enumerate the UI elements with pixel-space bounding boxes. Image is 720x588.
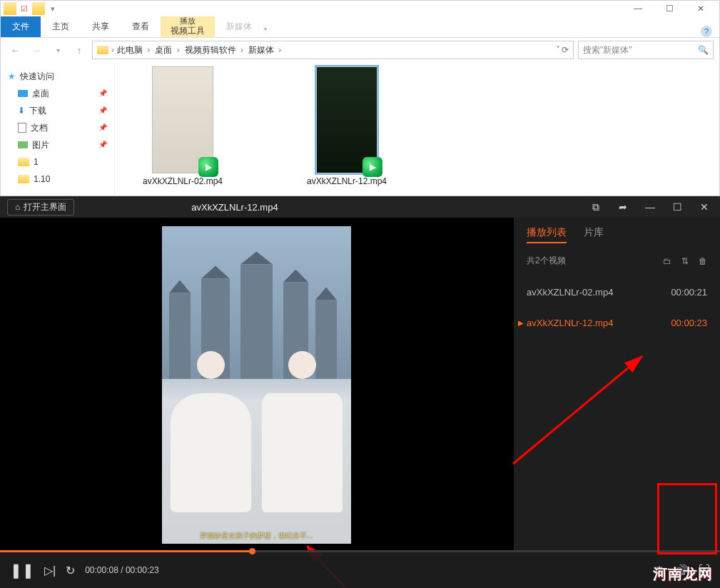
breadcrumb-segment[interactable]: 新媒体 <box>248 44 283 56</box>
nav-label: 桌面 <box>32 87 49 100</box>
search-placeholder: 搜索"新媒体" <box>583 44 632 56</box>
video-overlay-icon: ▶ <box>362 157 382 177</box>
breadcrumb-segment[interactable]: 视频剪辑软件 <box>185 44 245 56</box>
playlist-meta: 共2个视频 🗀 ⇅ 🗑 <box>514 250 720 277</box>
delete-icon[interactable]: 🗑 <box>699 256 707 266</box>
nav-item-folder[interactable]: 1 <box>5 153 110 171</box>
ribbon-context-play[interactable]: 播放 视频工具 <box>161 16 215 37</box>
qat-dropdown-icon[interactable]: ▾ <box>46 2 59 15</box>
nav-up-button[interactable]: ↑ <box>71 41 88 59</box>
folder-icon <box>18 158 29 166</box>
volume-icon[interactable]: 🔊 <box>674 564 689 577</box>
address-dropdown-icon[interactable]: ˅ <box>556 45 560 55</box>
player-title: avXkXZLNLr-12.mp4 <box>191 202 278 213</box>
maximize-button[interactable]: ☐ <box>654 1 685 16</box>
settings-icon[interactable]: ⚙ <box>654 564 664 577</box>
open-main-button[interactable]: ⌂ 打开主界面 <box>7 199 74 216</box>
explorer-body: ★ 快速访问 桌面 📌 ⬇ 下载 📌 文档 📌 图片 📌 <box>1 62 719 197</box>
explorer-titlebar[interactable]: ☑ ▾ — ☐ ✕ <box>1 1 719 16</box>
minimize-button[interactable]: — <box>622 1 654 16</box>
ribbon-tab-home[interactable]: 主页 <box>41 16 81 37</box>
nav-label: 1 <box>34 156 39 168</box>
video-viewport[interactable]: 穿婚纱是女孩子的梦想，但纪念不… <box>0 218 513 552</box>
sort-icon[interactable]: ⇅ <box>681 256 689 266</box>
progress-bar[interactable] <box>0 550 720 552</box>
video-subtitle: 穿婚纱是女孩子的梦想，但纪念不… <box>162 531 351 541</box>
ribbon-tab-share[interactable]: 共享 <box>81 16 121 37</box>
play-pause-button[interactable]: ❚❚ <box>10 562 34 579</box>
nav-item-downloads[interactable]: ⬇ 下载 📌 <box>5 102 110 119</box>
navigation-pane[interactable]: ★ 快速访问 桌面 📌 ⬇ 下载 📌 文档 📌 图片 📌 <box>1 62 115 197</box>
pin-icon: 📌 <box>98 121 107 134</box>
player-titlebar[interactable]: ⌂ 打开主界面 avXkXZLNLr-12.mp4 ⧉ ➦ — ☐ ✕ <box>0 196 720 218</box>
player-body: 穿婚纱是女孩子的梦想，但纪念不… 播放列表 片库 共2个视频 🗀 ⇅ 🗑 <box>0 218 720 552</box>
nav-label: 快速访问 <box>20 70 54 83</box>
playlist-item[interactable]: ▶ avXkXZLNLr-12.mp4 00:00:23 <box>514 308 720 338</box>
nav-back-button[interactable]: ← <box>6 41 24 59</box>
player-maximize-button[interactable]: ☐ <box>669 201 686 213</box>
player-minimize-button[interactable]: — <box>642 201 659 213</box>
playlist-item[interactable]: avXkXZLNLr-02.mp4 00:00:21 <box>514 277 720 308</box>
player-close-button[interactable]: ✕ <box>696 201 713 213</box>
now-playing-icon: ▶ <box>518 319 524 327</box>
open-folder-icon[interactable]: 🗀 <box>663 256 671 266</box>
file-explorer-window: ☑ ▾ — ☐ ✕ 文件 主页 共享 查看 播放 视频工具 新媒体 ˅ ? ← … <box>0 0 720 196</box>
playlist-count: 共2个视频 <box>527 255 566 267</box>
nav-item-pictures[interactable]: 图片 📌 <box>5 136 110 153</box>
close-button[interactable]: ✕ <box>685 1 716 16</box>
playlist-item-duration: 00:00:23 <box>671 318 707 328</box>
document-icon <box>18 123 26 133</box>
tab-playlist[interactable]: 播放列表 <box>527 226 567 243</box>
playlist-item-duration: 00:00:21 <box>671 287 707 298</box>
refresh-icon[interactable]: ⟳ <box>562 45 569 55</box>
nav-label: 文档 <box>31 121 48 134</box>
breadcrumb-segment[interactable]: 此电脑 <box>117 44 152 56</box>
home-icon: ⌂ <box>15 202 20 212</box>
file-list[interactable]: ▶ avXkXZLNLr-02.mp4 ▶ avXkXZLNLr-12.mp4 <box>115 62 719 197</box>
nav-history-icon[interactable]: ▾ <box>49 41 66 59</box>
next-button[interactable]: ▷| <box>44 564 56 577</box>
ribbon-tab-other[interactable]: 新媒体 <box>215 16 263 37</box>
video-thumbnail: ▶ <box>316 66 377 173</box>
nav-item-folder[interactable]: 1.10 <box>5 171 110 188</box>
ribbon-context-header: 播放 <box>180 16 196 25</box>
pin-window-icon[interactable]: ➦ <box>614 201 632 213</box>
tab-library[interactable]: 片库 <box>584 226 604 243</box>
file-item[interactable]: ▶ avXkXZLNLr-12.mp4 <box>286 66 407 186</box>
fullscreen-icon[interactable]: ⛶ <box>699 564 710 577</box>
video-player-window: ⌂ 打开主界面 avXkXZLNLr-12.mp4 ⧉ ➦ — ☐ ✕ 穿婚纱是… <box>0 196 720 588</box>
ribbon-tab-view[interactable]: 查看 <box>121 16 161 37</box>
loop-icon[interactable]: ↻ <box>66 564 75 577</box>
ribbon-file-tab[interactable]: 文件 <box>1 16 41 37</box>
pin-icon: 📌 <box>98 138 107 151</box>
folder-icon <box>4 2 16 15</box>
quick-access-toolbar: ☑ ▾ <box>4 2 59 15</box>
pip-icon[interactable]: ⧉ <box>587 201 604 213</box>
playlist-panel: 播放列表 片库 共2个视频 🗀 ⇅ 🗑 avXkXZLNLr-02.mp4 00… <box>513 218 720 552</box>
ribbon: 文件 主页 共享 查看 播放 视频工具 新媒体 ˅ ? <box>1 16 719 38</box>
open-main-label: 打开主界面 <box>24 201 66 213</box>
search-input[interactable]: 搜索"新媒体" 🔍 <box>578 41 714 59</box>
ribbon-context-tab: 视频工具 <box>171 25 205 37</box>
nav-label: 下载 <box>29 104 46 117</box>
nav-forward-button[interactable]: → <box>28 41 45 59</box>
folder-icon <box>97 46 108 54</box>
pin-icon: 📌 <box>98 104 107 117</box>
nav-label: 1.10 <box>34 173 50 186</box>
qat-checkbox-icon[interactable]: ☑ <box>18 2 31 15</box>
picture-icon <box>18 141 28 148</box>
file-item[interactable]: ▶ avXkXZLNLr-02.mp4 <box>122 66 243 186</box>
breadcrumb-segment[interactable]: 桌面 <box>155 44 181 56</box>
nav-quick-access[interactable]: ★ 快速访问 <box>5 68 110 85</box>
nav-item-desktop[interactable]: 桌面 📌 <box>5 85 110 102</box>
file-name: avXkXZLNLr-12.mp4 <box>307 176 387 186</box>
ribbon-collapse-icon[interactable]: ˅ <box>263 27 268 37</box>
search-icon[interactable]: 🔍 <box>698 45 709 55</box>
playlist-item-name: avXkXZLNLr-02.mp4 <box>527 287 613 298</box>
svg-line-1 <box>513 357 642 464</box>
star-icon: ★ <box>8 70 16 83</box>
nav-label: 图片 <box>32 138 49 151</box>
help-icon[interactable]: ? <box>701 26 712 37</box>
breadcrumb[interactable]: › 此电脑 桌面 视频剪辑软件 新媒体 ˅ ⟳ <box>92 41 574 59</box>
nav-item-documents[interactable]: 文档 📌 <box>5 119 110 136</box>
